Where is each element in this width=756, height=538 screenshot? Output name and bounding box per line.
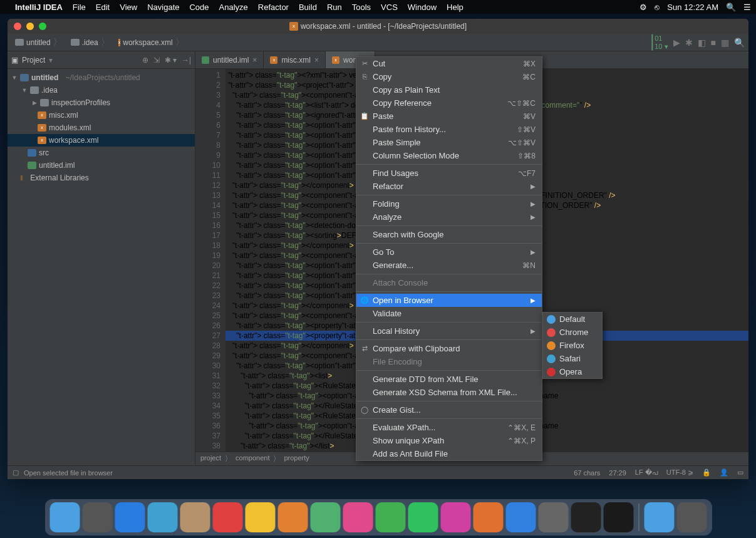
dock-item-trash[interactable] xyxy=(676,502,707,532)
context-menu-item[interactable]: Generate DTD from XML File xyxy=(356,373,542,386)
menubar-clock[interactable]: Sun 12:22 AM xyxy=(667,3,718,12)
browser-submenu-item[interactable]: Safari xyxy=(543,352,602,365)
context-menu-item[interactable]: Copy as Plain Text xyxy=(356,83,542,96)
structure-crumb[interactable]: project xyxy=(200,454,221,463)
dropdown-icon[interactable]: ▾ xyxy=(49,56,53,65)
inspector-icon[interactable]: 👤 xyxy=(720,468,728,477)
dock-item-calendar[interactable] xyxy=(212,502,242,532)
tree-file-iml[interactable]: untitled.iml xyxy=(8,159,195,172)
dock-item-ibooks[interactable] xyxy=(473,502,503,532)
context-menu-item[interactable]: Folding▶ xyxy=(356,197,542,210)
dock-item-folder[interactable] xyxy=(644,502,674,532)
search-icon[interactable]: 🔍 xyxy=(734,38,745,48)
context-menu-item[interactable]: Analyze▶ xyxy=(356,210,542,224)
dock-item-finder[interactable] xyxy=(49,502,80,532)
hide-icon[interactable]: →| xyxy=(182,56,191,65)
context-menu-item[interactable]: ⇄Compare with Clipboard xyxy=(356,342,542,355)
menubar-item-view[interactable]: View xyxy=(120,3,137,12)
status-encoding[interactable]: UTF-8 ⩾ xyxy=(666,468,693,477)
dock-item-notes[interactable] xyxy=(245,502,275,532)
run-config-indicator[interactable]: ┃01┃10 ▾ xyxy=(650,34,668,51)
context-menu-item[interactable]: Paste from History...⇧⌘V xyxy=(356,123,542,136)
context-menu-item[interactable]: Copy Reference⌥⇧⌘C xyxy=(356,96,542,110)
menubar-item-tools[interactable]: Tools xyxy=(352,3,371,12)
memory-icon[interactable]: ▭ xyxy=(737,468,743,477)
collapse-icon[interactable]: ⇲ xyxy=(153,56,160,65)
context-menu-item[interactable]: Go To▶ xyxy=(356,246,542,259)
bluetooth-icon[interactable]: ⎋ xyxy=(655,3,660,12)
menubar-item-edit[interactable]: Edit xyxy=(96,3,110,12)
menubar-item-run[interactable]: Run xyxy=(327,3,342,12)
project-tree[interactable]: ▼untitled ~/IdeaProjects/untitled ▼.idea… xyxy=(8,69,195,465)
context-menu-item[interactable]: Add as Ant Build File xyxy=(356,447,542,460)
menubar-item-analyze[interactable]: Analyze xyxy=(219,3,248,12)
context-menu-item[interactable]: Validate xyxy=(356,307,542,320)
context-menu-item[interactable]: Paste Simple⌥⇧⌘V xyxy=(356,136,542,149)
spotlight-icon[interactable]: 🔍 xyxy=(726,3,736,12)
lock-icon[interactable]: 🔒 xyxy=(702,468,711,477)
browser-submenu-item[interactable]: Opera xyxy=(543,365,602,378)
menubar-item-refactor[interactable]: Refactor xyxy=(258,3,289,12)
dock-item-messages[interactable] xyxy=(375,502,405,532)
context-menu-item[interactable]: 🌐Open in Browser▶ xyxy=(356,294,542,307)
context-menu-item[interactable]: Show unique XPath⌃⌘X, P xyxy=(356,434,542,447)
menubar-item-vcs[interactable]: VCS xyxy=(381,3,398,12)
menubar-item-build[interactable]: Build xyxy=(299,3,317,12)
context-menu-item[interactable]: Column Selection Mode⇧⌘8 xyxy=(356,149,542,162)
window-maximize-button[interactable] xyxy=(39,23,46,30)
dock-item-settings[interactable] xyxy=(538,502,568,532)
context-menu-item[interactable]: Generate XSD Schema from XML File... xyxy=(356,386,542,399)
menu-icon[interactable]: ☰ xyxy=(743,3,751,12)
tree-file-modules[interactable]: xmodules.xml xyxy=(8,122,195,134)
status-icon[interactable]: ▢ xyxy=(13,468,19,477)
context-menu-item[interactable]: Local History▶ xyxy=(356,324,542,338)
context-menu-item[interactable]: Find Usages⌥F7 xyxy=(356,167,542,180)
coverage-button[interactable]: ◧ xyxy=(698,38,706,48)
context-menu-item[interactable]: Generate...⌘N xyxy=(356,259,542,272)
window-minimize-button[interactable] xyxy=(26,23,34,30)
stop-button[interactable]: ■ xyxy=(711,38,716,48)
gear-icon[interactable]: ✱ ▾ xyxy=(165,56,177,65)
tab-untitled-iml[interactable]: untitled.iml× xyxy=(195,51,264,68)
status-caret-pos[interactable]: 27:29 xyxy=(609,469,626,477)
breadcrumb-root[interactable]: untitled〉 xyxy=(11,36,66,49)
dock-item-contacts[interactable] xyxy=(180,502,210,532)
dock-item-facetime[interactable] xyxy=(408,502,438,532)
menubar-item-window[interactable]: Window xyxy=(408,3,437,12)
dock-item-reminders[interactable] xyxy=(277,502,308,532)
tree-file-workspace[interactable]: xworkspace.xml xyxy=(8,134,195,147)
target-icon[interactable]: ⊕ xyxy=(142,56,148,65)
menubar-item-code[interactable]: Code xyxy=(189,3,209,12)
context-menu-item[interactable]: ⎘Copy⌘C xyxy=(356,70,542,83)
debug-button[interactable]: ✱ xyxy=(685,38,693,48)
dock-item-mail[interactable] xyxy=(147,502,177,532)
close-icon[interactable]: × xyxy=(252,56,257,65)
tab-misc-xml[interactable]: xmisc.xml× xyxy=(264,51,326,68)
context-menu-item[interactable]: ◯Create Gist... xyxy=(356,403,542,416)
dock-item-maps[interactable] xyxy=(310,502,340,532)
browser-submenu-item[interactable]: Chrome xyxy=(543,326,602,339)
status-line-ending[interactable]: LF �പ xyxy=(635,468,658,477)
tree-root[interactable]: ▼untitled ~/IdeaProjects/untitled xyxy=(8,71,195,84)
context-menu-item[interactable]: ✂Cut⌘X xyxy=(356,57,542,70)
close-icon[interactable]: × xyxy=(314,56,319,65)
context-menu-item[interactable]: 📋Paste⌘V xyxy=(356,110,542,123)
context-menu-item[interactable]: Search with Google xyxy=(356,228,542,241)
dock-item-intellij[interactable] xyxy=(603,502,633,532)
run-button[interactable]: ▶ xyxy=(673,38,680,48)
structure-crumb[interactable]: property xyxy=(284,454,309,463)
dock-item-launchpad[interactable] xyxy=(82,502,112,532)
context-menu-item[interactable]: Evaluate XPath...⌃⌘X, E xyxy=(356,421,542,434)
menubar-item-help[interactable]: Help xyxy=(447,3,463,12)
tree-external-libs[interactable]: ⦀ External Libraries xyxy=(8,172,195,184)
tree-inspection-folder[interactable]: ▶inspectionProfiles xyxy=(8,96,195,109)
tree-idea-folder[interactable]: ▼.idea xyxy=(8,84,195,96)
breadcrumb-file[interactable]: xworkspace.xml〉 xyxy=(115,36,188,49)
tree-file-misc[interactable]: xmisc.xml xyxy=(8,109,195,122)
browser-submenu-item[interactable]: Firefox xyxy=(543,339,602,352)
menubar-item-file[interactable]: File xyxy=(73,3,86,12)
dock-item-safari[interactable] xyxy=(115,502,145,532)
wifi-icon[interactable]: ⚙ xyxy=(639,3,647,12)
menubar-app-name[interactable]: IntelliJ IDEA xyxy=(15,3,63,12)
browser-submenu-item[interactable]: Default xyxy=(543,313,602,326)
